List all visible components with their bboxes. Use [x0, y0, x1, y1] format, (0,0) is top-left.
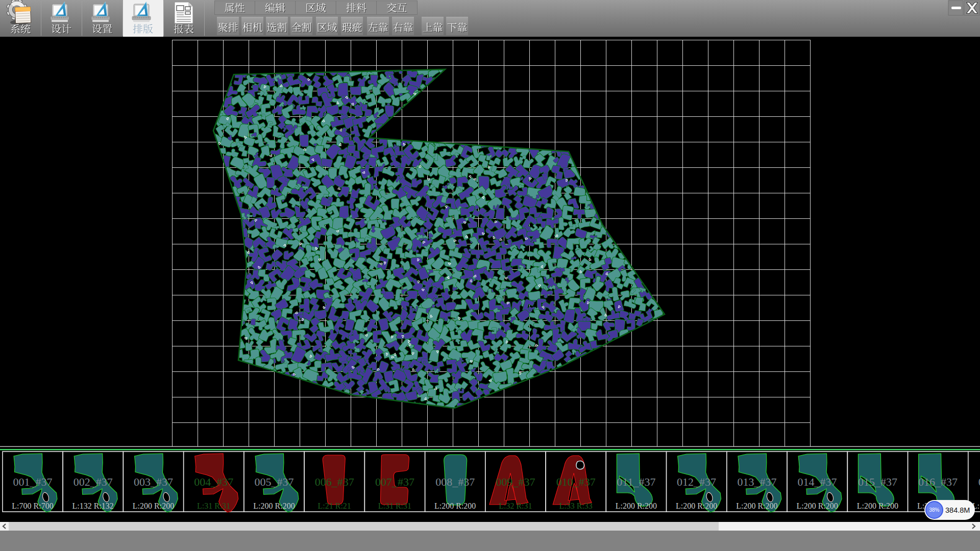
svg-text:L:21 R:21: L:21 R:21 — [318, 502, 351, 510]
svg-text:L:31 R:31: L:31 R:31 — [378, 502, 411, 510]
svg-text:L:31 R:31: L:31 R:31 — [197, 502, 230, 510]
svg-text:L:132 R:132: L:132 R:132 — [72, 502, 114, 510]
svg-text:L:200 R:200: L:200 R:200 — [857, 502, 898, 510]
svg-text:L:200 R:200: L:200 R:200 — [676, 502, 717, 510]
svg-text:013_#37: 013_#37 — [737, 475, 776, 488]
svg-text:002_#37: 002_#37 — [74, 475, 113, 488]
svg-text:L:200 R:200: L:200 R:200 — [736, 502, 777, 510]
svg-text:015_#37: 015_#37 — [858, 475, 897, 488]
svg-text:L:700 R:700: L:700 R:700 — [12, 502, 53, 510]
svg-text:L:200 R:200: L:200 R:200 — [434, 502, 476, 510]
svg-text:001_#37: 001_#37 — [13, 475, 53, 488]
svg-text:L:200 R:200: L:200 R:200 — [616, 502, 657, 510]
svg-text:012_#37: 012_#37 — [677, 475, 716, 488]
svg-text:009_#37: 009_#37 — [496, 475, 535, 488]
svg-text:004_#37: 004_#37 — [194, 475, 233, 488]
svg-text:L:200 R:200: L:200 R:200 — [796, 502, 838, 510]
svg-text:384.8M: 384.8M — [945, 506, 970, 514]
svg-text:007_#37: 007_#37 — [375, 475, 414, 488]
svg-text:006_#37: 006_#37 — [315, 475, 354, 488]
svg-text:010_#37: 010_#37 — [556, 475, 596, 488]
svg-text:005_#37: 005_#37 — [255, 475, 294, 488]
svg-text:L:32 R:31: L:32 R:31 — [499, 502, 532, 510]
svg-text:L:200 R:200: L:200 R:200 — [133, 502, 174, 510]
svg-text:L:200 R:200: L:200 R:200 — [253, 502, 295, 510]
svg-text:011_#37: 011_#37 — [617, 475, 655, 488]
svg-text:016_#37: 016_#37 — [918, 475, 958, 488]
svg-text:008_#37: 008_#37 — [435, 475, 475, 488]
svg-text:014_#37: 014_#37 — [798, 475, 837, 488]
svg-text:003_#37: 003_#37 — [134, 475, 173, 488]
svg-text:38%: 38% — [929, 507, 939, 513]
svg-text:L:33 R:33: L:33 R:33 — [559, 502, 593, 510]
